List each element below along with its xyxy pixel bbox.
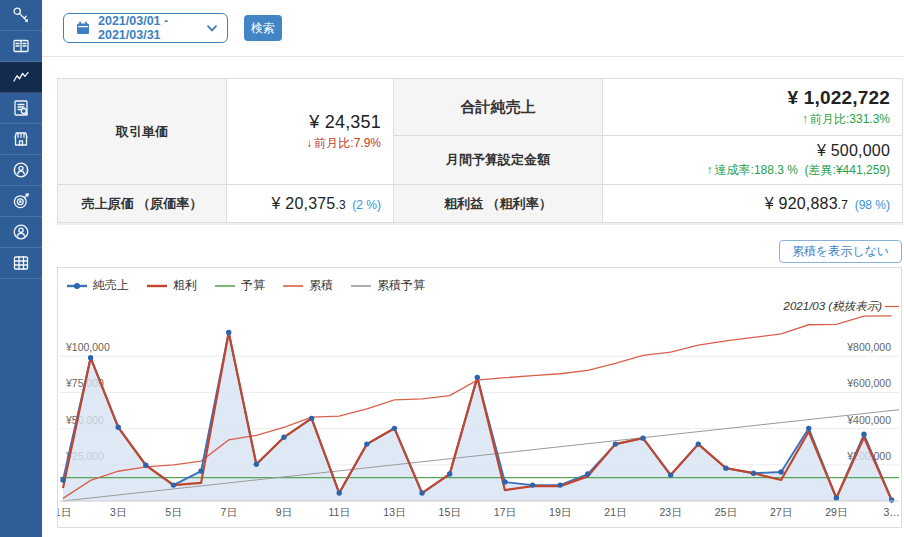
net-sales-point bbox=[281, 435, 286, 440]
x-axis-label: 15日 bbox=[439, 506, 461, 518]
unit-price-label: 取引単価 bbox=[58, 79, 227, 185]
x-axis-label: 3… bbox=[883, 506, 899, 518]
net-sales-point bbox=[116, 425, 121, 430]
main-area: 2021/03/01 - 2021/03/31 検索 取引単価 ¥ 24,351… bbox=[42, 0, 904, 537]
net-sales-point bbox=[475, 375, 480, 380]
legend-marker bbox=[66, 281, 88, 291]
x-axis-label: 25日 bbox=[715, 506, 737, 518]
gross-value: ¥ 920,883.7 bbox=[765, 195, 848, 212]
key-icon bbox=[11, 5, 31, 25]
legend-marker bbox=[214, 281, 236, 291]
legend-label: 粗利 bbox=[173, 277, 197, 294]
net-sales-point bbox=[254, 462, 259, 467]
gross-label: 粗利益 （粗利率） bbox=[394, 185, 603, 223]
x-axis-label: 11日 bbox=[328, 506, 349, 518]
net-sales-point bbox=[585, 471, 590, 476]
right-axis-label: ¥400,000 bbox=[846, 414, 891, 426]
budget-value: ¥ 500,000 bbox=[607, 142, 890, 160]
total-sales-value: ¥ 1,022,722 bbox=[607, 87, 890, 109]
net-sales-point bbox=[861, 432, 866, 437]
legend-item-4[interactable]: 累積予算 bbox=[350, 277, 425, 294]
topbar: 2021/03/01 - 2021/03/31 検索 bbox=[42, 0, 904, 57]
left-axis-label: ¥100,000 bbox=[65, 341, 110, 353]
legend-label: 純売上 bbox=[93, 277, 129, 294]
net-sales-point bbox=[889, 497, 894, 502]
x-axis-label: 5日 bbox=[165, 506, 181, 518]
content-area: 取引単価 ¥ 24,351 ↓前月比:7.9% 合計純売上 ¥ 1,022,72… bbox=[42, 78, 904, 528]
legend-item-2[interactable]: 予算 bbox=[214, 277, 265, 294]
cost-label: 売上原価 （原価率） bbox=[58, 185, 227, 223]
net-sales-point bbox=[723, 465, 728, 470]
net-sales-point bbox=[806, 426, 811, 431]
net-sales-point bbox=[392, 426, 397, 431]
budget-delta: ↑達成率:188.3 % (差異:¥441,259) bbox=[607, 162, 890, 179]
x-axis-label: 9日 bbox=[276, 506, 292, 518]
search-button[interactable]: 検索 bbox=[244, 15, 282, 41]
gross-ratio: (98 %) bbox=[855, 198, 890, 212]
legend-item-3[interactable]: 累積 bbox=[282, 277, 333, 294]
legend-marker bbox=[282, 281, 304, 291]
date-range-text: 2021/03/01 - 2021/03/31 bbox=[98, 14, 199, 42]
net-sales-point bbox=[502, 479, 507, 484]
budget-cell: ¥ 500,000 ↑達成率:188.3 % (差異:¥441,259) bbox=[603, 136, 903, 185]
net-sales-point bbox=[778, 469, 783, 474]
sidebar-nav bbox=[0, 0, 42, 537]
member-card-icon bbox=[11, 160, 31, 180]
unit-price-value: ¥ 24,351 bbox=[231, 112, 381, 133]
chart-annotation: 2021/03 (税抜表示) bbox=[783, 300, 883, 312]
sidebar-item-member-card[interactable] bbox=[0, 155, 42, 186]
sidebar-item-grid[interactable] bbox=[0, 248, 42, 279]
sidebar-item-ledger[interactable] bbox=[0, 31, 42, 62]
net-sales-point bbox=[447, 471, 452, 476]
legend-item-0[interactable]: 純売上 bbox=[66, 277, 129, 294]
right-axis-label: ¥600,000 bbox=[846, 377, 891, 389]
net-sales-point bbox=[88, 355, 93, 360]
sidebar-item-key[interactable] bbox=[0, 0, 42, 31]
net-sales-point bbox=[557, 482, 562, 487]
user-icon bbox=[11, 222, 31, 242]
legend-marker bbox=[146, 281, 168, 291]
calendar-icon bbox=[76, 21, 90, 35]
net-sales-point bbox=[226, 330, 231, 335]
legend-marker bbox=[350, 281, 372, 291]
date-range-picker[interactable]: 2021/03/01 - 2021/03/31 bbox=[63, 13, 228, 43]
x-axis-label: 27日 bbox=[770, 506, 792, 518]
ledger-icon bbox=[11, 36, 31, 56]
total-sales-delta: ↑前月比:331.3% bbox=[607, 111, 890, 128]
cost-cell: ¥ 20,375.3 (2 %) bbox=[227, 185, 394, 223]
net-sales-point bbox=[171, 482, 176, 487]
x-axis-label: 23日 bbox=[660, 506, 682, 518]
cost-ratio: (2 %) bbox=[352, 198, 381, 212]
summary-table: 取引単価 ¥ 24,351 ↓前月比:7.9% 合計純売上 ¥ 1,022,72… bbox=[57, 78, 903, 223]
net-sales-point bbox=[198, 468, 203, 473]
sidebar-item-store[interactable] bbox=[0, 124, 42, 155]
sidebar-item-target[interactable] bbox=[0, 186, 42, 217]
legend-item-1[interactable]: 粗利 bbox=[146, 277, 197, 294]
sidebar-item-user[interactable] bbox=[0, 217, 42, 248]
target-icon bbox=[11, 191, 31, 211]
net-sales-point bbox=[419, 490, 424, 495]
x-axis-label: 1日 bbox=[58, 506, 71, 518]
arrow-up-icon: ↑ bbox=[707, 163, 713, 177]
x-axis-label: 3日 bbox=[110, 506, 126, 518]
grid-icon bbox=[11, 253, 31, 273]
net-sales-point bbox=[613, 441, 618, 446]
net-sales-point bbox=[530, 482, 535, 487]
toggle-row: 累積を表示しない bbox=[57, 240, 902, 263]
x-axis-label: 29日 bbox=[825, 506, 847, 518]
total-sales-cell: ¥ 1,022,722 ↑前月比:331.3% bbox=[603, 79, 903, 136]
sidebar-item-analytics[interactable] bbox=[0, 62, 42, 93]
net-sales-point bbox=[60, 477, 65, 482]
net-sales-point bbox=[364, 441, 369, 446]
sidebar-item-report[interactable] bbox=[0, 93, 42, 124]
net-sales-point bbox=[834, 495, 839, 500]
hide-cumulative-button[interactable]: 累積を表示しない bbox=[779, 240, 902, 263]
arrow-up-icon: ↑ bbox=[802, 112, 808, 126]
report-icon bbox=[11, 98, 31, 118]
legend-label: 予算 bbox=[241, 277, 265, 294]
unit-price-delta: ↓前月比:7.9% bbox=[231, 135, 381, 152]
app-window: 2021/03/01 - 2021/03/31 検索 取引単価 ¥ 24,351… bbox=[0, 0, 904, 537]
x-axis-label: 17日 bbox=[494, 506, 516, 518]
net-sales-point bbox=[640, 435, 645, 440]
net-sales-point bbox=[668, 472, 673, 477]
